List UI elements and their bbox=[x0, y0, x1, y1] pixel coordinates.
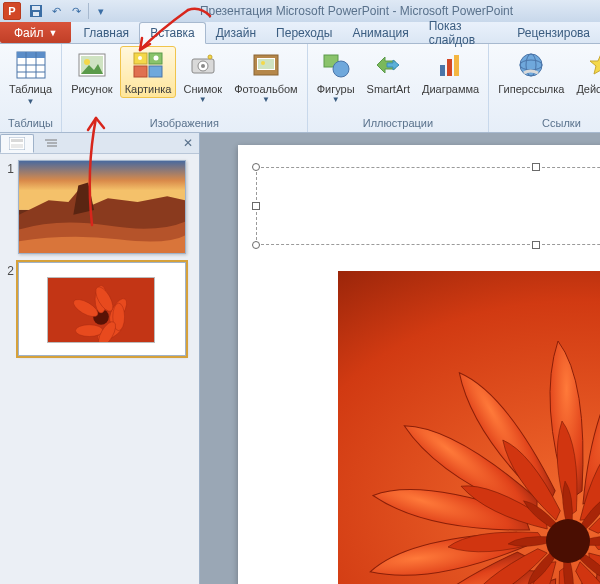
slides-pane: ✕ 1 bbox=[0, 133, 200, 584]
workspace: ✕ 1 bbox=[0, 133, 600, 584]
qat-separator bbox=[88, 3, 89, 19]
tab-file-label: Файл bbox=[14, 26, 44, 40]
thumb-number: 1 bbox=[4, 160, 18, 254]
chart-icon bbox=[435, 49, 467, 81]
picture-label: Рисунок bbox=[71, 83, 113, 95]
tab-transitions[interactable]: Переходы bbox=[266, 22, 342, 43]
photoalbum-icon bbox=[250, 49, 282, 81]
tab-slideshow[interactable]: Показ слайдов bbox=[419, 22, 508, 43]
svg-rect-28 bbox=[440, 65, 445, 76]
picture-icon bbox=[76, 49, 108, 81]
shapes-icon bbox=[320, 49, 352, 81]
slide-canvas[interactable] bbox=[238, 145, 600, 584]
chevron-down-icon: ▼ bbox=[262, 95, 270, 104]
hyperlink-button[interactable]: Гиперссылка bbox=[493, 46, 569, 98]
chart-label: Диаграмма bbox=[422, 83, 479, 95]
slide-image[interactable] bbox=[338, 271, 600, 584]
group-links-label: Ссылки bbox=[493, 115, 600, 132]
svg-point-55 bbox=[546, 519, 590, 563]
svg-point-31 bbox=[520, 54, 542, 76]
pane-close-icon[interactable]: ✕ bbox=[183, 136, 193, 150]
pane-tab-outline[interactable] bbox=[34, 134, 68, 153]
tab-home[interactable]: Главная bbox=[73, 22, 139, 43]
smartart-icon bbox=[372, 49, 404, 81]
hyperlink-icon bbox=[515, 49, 547, 81]
clipart-icon bbox=[132, 49, 164, 81]
thumb-number: 2 bbox=[4, 262, 18, 356]
svg-point-16 bbox=[138, 56, 142, 60]
tab-file[interactable]: Файл▼ bbox=[0, 22, 71, 43]
svg-rect-4 bbox=[17, 52, 45, 58]
thumb-row: 1 bbox=[4, 160, 195, 254]
slide-editor[interactable] bbox=[200, 133, 600, 584]
chevron-down-icon: ▼ bbox=[199, 95, 207, 104]
save-icon[interactable] bbox=[28, 3, 44, 19]
group-illustrations-label: Иллюстрации bbox=[312, 115, 485, 132]
ribbon: Таблица ▼ Таблицы Рисунок Картинка bbox=[0, 44, 600, 133]
table-label: Таблица bbox=[9, 83, 52, 95]
clipart-button[interactable]: Картинка bbox=[120, 46, 177, 98]
svg-rect-24 bbox=[258, 59, 274, 69]
group-illustrations: Фигуры ▼ SmartArt Диаграмма Иллюстрации bbox=[308, 44, 490, 132]
window-title: Презентация Microsoft PowerPoint - Micro… bbox=[113, 4, 600, 18]
tab-animations[interactable]: Анимация bbox=[342, 22, 418, 43]
action-label: Действие bbox=[576, 83, 600, 95]
photoalbum-button[interactable]: Фотоальбом ▼ bbox=[229, 46, 303, 107]
svg-rect-29 bbox=[447, 59, 452, 76]
pane-tab-slides[interactable] bbox=[0, 134, 34, 153]
svg-point-17 bbox=[154, 56, 159, 61]
action-icon bbox=[585, 49, 600, 81]
pane-tabs: ✕ bbox=[0, 133, 199, 154]
shapes-label: Фигуры bbox=[317, 83, 355, 95]
group-images-label: Изображения bbox=[66, 115, 303, 132]
group-tables-label: Таблицы bbox=[4, 115, 57, 132]
qat-customize-icon[interactable]: ▾ bbox=[93, 3, 109, 19]
tab-insert[interactable]: Вставка bbox=[139, 22, 206, 44]
svg-rect-2 bbox=[33, 12, 39, 16]
ribbon-tabs: Файл▼ Главная Вставка Дизайн Переходы Ан… bbox=[0, 22, 600, 44]
group-images: Рисунок Картинка Снимок ▼ Фотоальбом bbox=[62, 44, 308, 132]
clipart-label: Картинка bbox=[125, 83, 172, 95]
title-bar: P ↶ ↷ ▾ Презентация Microsoft PowerPoint… bbox=[0, 0, 600, 22]
svg-rect-38 bbox=[11, 144, 23, 148]
svg-rect-14 bbox=[134, 66, 147, 77]
action-button[interactable]: Действие bbox=[571, 46, 600, 98]
chart-button[interactable]: Диаграмма bbox=[417, 46, 484, 98]
svg-rect-1 bbox=[32, 6, 40, 10]
chevron-down-icon: ▼ bbox=[49, 28, 58, 38]
thumb-row: 2 bbox=[4, 262, 195, 356]
thumbnails: 1 2 bbox=[0, 154, 199, 584]
tab-review[interactable]: Рецензирова bbox=[507, 22, 600, 43]
svg-point-20 bbox=[201, 64, 205, 68]
shapes-button[interactable]: Фигуры ▼ bbox=[312, 46, 360, 107]
tab-design[interactable]: Дизайн bbox=[206, 22, 266, 43]
undo-icon[interactable]: ↶ bbox=[48, 3, 64, 19]
svg-point-49 bbox=[75, 325, 102, 337]
svg-rect-37 bbox=[11, 139, 23, 142]
chevron-down-icon: ▼ bbox=[332, 95, 340, 104]
app-icon: P bbox=[3, 2, 21, 20]
photoalbum-label: Фотоальбом bbox=[234, 83, 298, 95]
svg-point-11 bbox=[84, 59, 90, 65]
hyperlink-label: Гиперссылка bbox=[498, 83, 564, 95]
svg-rect-30 bbox=[454, 55, 459, 76]
table-button[interactable]: Таблица ▼ bbox=[4, 46, 57, 109]
table-icon bbox=[15, 49, 47, 81]
chevron-down-icon: ▼ bbox=[27, 97, 35, 106]
screenshot-button[interactable]: Снимок ▼ bbox=[178, 46, 227, 107]
svg-point-27 bbox=[333, 61, 349, 77]
title-placeholder[interactable] bbox=[256, 167, 600, 245]
svg-rect-36 bbox=[9, 137, 25, 150]
quick-access-toolbar: ↶ ↷ ▾ bbox=[24, 3, 113, 19]
screenshot-icon bbox=[187, 49, 219, 81]
group-tables: Таблица ▼ Таблицы bbox=[0, 44, 62, 132]
svg-point-21 bbox=[208, 55, 212, 59]
svg-point-25 bbox=[261, 61, 265, 65]
redo-icon[interactable]: ↷ bbox=[68, 3, 84, 19]
smartart-button[interactable]: SmartArt bbox=[362, 46, 415, 98]
smartart-label: SmartArt bbox=[367, 83, 410, 95]
svg-rect-15 bbox=[149, 66, 162, 77]
slide-thumbnail-2[interactable] bbox=[18, 262, 186, 356]
slide-thumbnail-1[interactable] bbox=[18, 160, 186, 254]
picture-button[interactable]: Рисунок bbox=[66, 46, 118, 98]
